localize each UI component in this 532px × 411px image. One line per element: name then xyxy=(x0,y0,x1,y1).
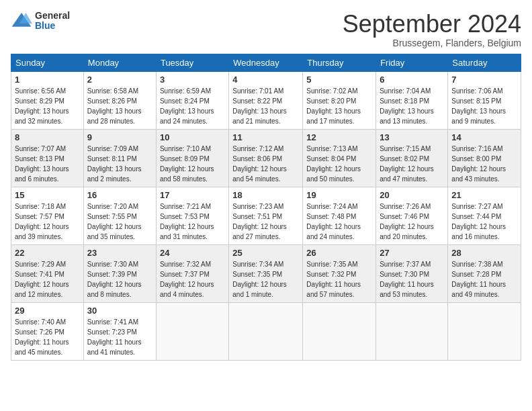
calendar-cell: 3Sunrise: 6:59 AMSunset: 8:24 PMDaylight… xyxy=(156,71,228,129)
calendar-table: SundayMondayTuesdayWednesdayThursdayFrid… xyxy=(11,54,521,361)
day-number: 10 xyxy=(160,132,225,142)
day-number: 7 xyxy=(451,75,517,85)
calendar-cell: 11Sunrise: 7:12 AMSunset: 8:06 PMDayligh… xyxy=(229,129,303,187)
calendar-cell: 21Sunrise: 7:27 AMSunset: 7:44 PMDayligh… xyxy=(448,187,521,244)
day-number: 17 xyxy=(160,190,225,200)
day-number: 12 xyxy=(306,132,372,142)
logo: General Blue xyxy=(11,11,70,32)
calendar-cell: 17Sunrise: 7:21 AMSunset: 7:53 PMDayligh… xyxy=(156,187,228,244)
calendar-cell: 22Sunrise: 7:29 AMSunset: 7:41 PMDayligh… xyxy=(11,244,84,302)
month-title: September 2024 xyxy=(343,11,521,38)
day-header-friday: Friday xyxy=(376,54,448,71)
day-info: Sunrise: 7:40 AMSunset: 7:26 PMDaylight:… xyxy=(15,318,69,356)
day-number: 16 xyxy=(87,190,152,200)
day-number: 30 xyxy=(87,306,152,316)
title-block: September 2024 Brussegem, Flanders, Belg… xyxy=(343,11,521,48)
calendar-cell: 9Sunrise: 7:09 AMSunset: 8:11 PMDaylight… xyxy=(83,129,156,187)
day-info: Sunrise: 6:56 AMSunset: 8:29 PMDaylight:… xyxy=(15,87,69,125)
calendar-cell: 4Sunrise: 7:01 AMSunset: 8:22 PMDaylight… xyxy=(229,71,303,129)
location-subtitle: Brussegem, Flanders, Belgium xyxy=(343,38,521,48)
calendar-cell: 29Sunrise: 7:40 AMSunset: 7:26 PMDayligh… xyxy=(11,302,84,360)
day-number: 25 xyxy=(232,248,299,258)
calendar-header-row: SundayMondayTuesdayWednesdayThursdayFrid… xyxy=(11,54,521,71)
day-info: Sunrise: 7:37 AMSunset: 7:30 PMDaylight:… xyxy=(380,261,434,298)
calendar-week-row: 29Sunrise: 7:40 AMSunset: 7:26 PMDayligh… xyxy=(11,302,521,360)
calendar-week-row: 1Sunrise: 6:56 AMSunset: 8:29 PMDaylight… xyxy=(11,71,521,129)
day-info: Sunrise: 6:58 AMSunset: 8:26 PMDaylight:… xyxy=(87,87,142,125)
calendar-cell: 8Sunrise: 7:07 AMSunset: 8:13 PMDaylight… xyxy=(11,129,84,187)
day-info: Sunrise: 7:41 AMSunset: 7:23 PMDaylight:… xyxy=(87,318,142,356)
calendar-cell: 5Sunrise: 7:02 AMSunset: 8:20 PMDaylight… xyxy=(303,71,376,129)
day-number: 1 xyxy=(15,75,80,85)
calendar-cell: 18Sunrise: 7:23 AMSunset: 7:51 PMDayligh… xyxy=(229,187,303,244)
calendar-cell: 28Sunrise: 7:38 AMSunset: 7:28 PMDayligh… xyxy=(448,244,521,302)
calendar-cell: 13Sunrise: 7:15 AMSunset: 8:02 PMDayligh… xyxy=(376,129,448,187)
day-info: Sunrise: 6:59 AMSunset: 8:24 PMDaylight:… xyxy=(160,87,214,125)
calendar-cell: 6Sunrise: 7:04 AMSunset: 8:18 PMDaylight… xyxy=(376,71,448,129)
day-info: Sunrise: 7:02 AMSunset: 8:20 PMDaylight:… xyxy=(306,87,361,125)
calendar-cell: 24Sunrise: 7:32 AMSunset: 7:37 PMDayligh… xyxy=(156,244,228,302)
day-info: Sunrise: 7:07 AMSunset: 8:13 PMDaylight:… xyxy=(15,145,69,183)
calendar-cell xyxy=(303,302,376,360)
calendar-cell: 23Sunrise: 7:30 AMSunset: 7:39 PMDayligh… xyxy=(83,244,156,302)
calendar-cell: 20Sunrise: 7:26 AMSunset: 7:46 PMDayligh… xyxy=(376,187,448,244)
day-number: 28 xyxy=(451,248,517,258)
day-info: Sunrise: 7:34 AMSunset: 7:35 PMDaylight:… xyxy=(232,261,287,298)
day-number: 22 xyxy=(15,248,80,258)
day-number: 3 xyxy=(160,75,225,85)
day-number: 6 xyxy=(380,75,444,85)
calendar-cell: 2Sunrise: 6:58 AMSunset: 8:26 PMDaylight… xyxy=(83,71,156,129)
calendar-cell: 7Sunrise: 7:06 AMSunset: 8:15 PMDaylight… xyxy=(448,71,521,129)
day-info: Sunrise: 7:21 AMSunset: 7:53 PMDaylight:… xyxy=(160,203,214,240)
day-info: Sunrise: 7:26 AMSunset: 7:46 PMDaylight:… xyxy=(380,203,434,240)
day-number: 8 xyxy=(15,132,80,142)
day-number: 23 xyxy=(87,248,152,258)
day-number: 20 xyxy=(380,190,444,200)
logo-icon xyxy=(11,11,32,30)
day-header-saturday: Saturday xyxy=(448,54,521,71)
calendar-cell: 10Sunrise: 7:10 AMSunset: 8:09 PMDayligh… xyxy=(156,129,228,187)
calendar-cell: 26Sunrise: 7:35 AMSunset: 7:32 PMDayligh… xyxy=(303,244,376,302)
day-info: Sunrise: 7:04 AMSunset: 8:18 PMDaylight:… xyxy=(380,87,434,125)
day-info: Sunrise: 7:15 AMSunset: 8:02 PMDaylight:… xyxy=(380,145,434,183)
day-number: 19 xyxy=(306,190,372,200)
day-header-wednesday: Wednesday xyxy=(229,54,303,71)
day-number: 13 xyxy=(380,132,444,142)
day-number: 9 xyxy=(87,132,152,142)
day-info: Sunrise: 7:38 AMSunset: 7:28 PMDaylight:… xyxy=(451,261,506,298)
day-header-thursday: Thursday xyxy=(303,54,376,71)
day-info: Sunrise: 7:23 AMSunset: 7:51 PMDaylight:… xyxy=(232,203,287,240)
calendar-week-row: 22Sunrise: 7:29 AMSunset: 7:41 PMDayligh… xyxy=(11,244,521,302)
calendar-cell xyxy=(156,302,228,360)
calendar-cell: 15Sunrise: 7:18 AMSunset: 7:57 PMDayligh… xyxy=(11,187,84,244)
calendar-cell: 27Sunrise: 7:37 AMSunset: 7:30 PMDayligh… xyxy=(376,244,448,302)
calendar-cell: 1Sunrise: 6:56 AMSunset: 8:29 PMDaylight… xyxy=(11,71,84,129)
logo-general-text: General xyxy=(35,11,70,21)
calendar-cell: 19Sunrise: 7:24 AMSunset: 7:48 PMDayligh… xyxy=(303,187,376,244)
day-number: 2 xyxy=(87,75,152,85)
day-header-sunday: Sunday xyxy=(11,54,84,71)
calendar-cell: 14Sunrise: 7:16 AMSunset: 8:00 PMDayligh… xyxy=(448,129,521,187)
day-number: 15 xyxy=(15,190,80,200)
calendar-cell: 12Sunrise: 7:13 AMSunset: 8:04 PMDayligh… xyxy=(303,129,376,187)
day-header-monday: Monday xyxy=(83,54,156,71)
logo-blue-text: Blue xyxy=(35,21,70,31)
calendar-cell: 16Sunrise: 7:20 AMSunset: 7:55 PMDayligh… xyxy=(83,187,156,244)
day-number: 18 xyxy=(232,190,299,200)
day-number: 21 xyxy=(451,190,517,200)
page-header: General Blue September 2024 Brussegem, F… xyxy=(11,11,521,48)
day-info: Sunrise: 7:01 AMSunset: 8:22 PMDaylight:… xyxy=(232,87,287,125)
day-info: Sunrise: 7:20 AMSunset: 7:55 PMDaylight:… xyxy=(87,203,142,240)
day-info: Sunrise: 7:30 AMSunset: 7:39 PMDaylight:… xyxy=(87,261,142,298)
day-header-tuesday: Tuesday xyxy=(156,54,228,71)
day-info: Sunrise: 7:16 AMSunset: 8:00 PMDaylight:… xyxy=(451,145,506,183)
day-number: 24 xyxy=(160,248,225,258)
day-info: Sunrise: 7:10 AMSunset: 8:09 PMDaylight:… xyxy=(160,145,214,183)
day-number: 11 xyxy=(232,132,299,142)
day-number: 14 xyxy=(451,132,517,142)
day-number: 27 xyxy=(380,248,444,258)
day-info: Sunrise: 7:35 AMSunset: 7:32 PMDaylight:… xyxy=(306,261,361,298)
day-info: Sunrise: 7:24 AMSunset: 7:48 PMDaylight:… xyxy=(306,203,361,240)
day-info: Sunrise: 7:09 AMSunset: 8:11 PMDaylight:… xyxy=(87,145,142,183)
day-info: Sunrise: 7:12 AMSunset: 8:06 PMDaylight:… xyxy=(232,145,287,183)
